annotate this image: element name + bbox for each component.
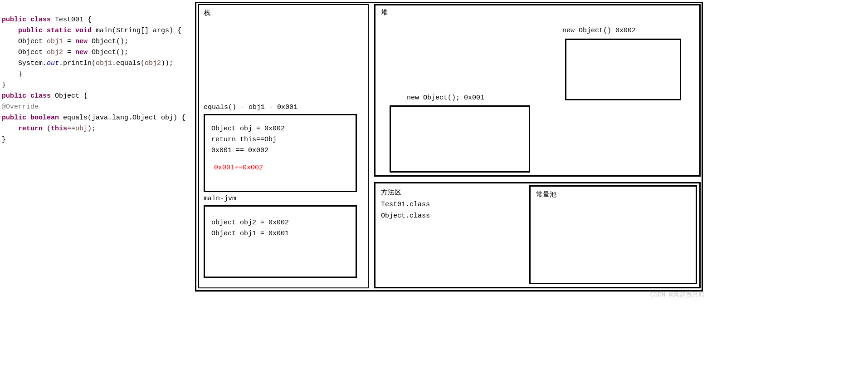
- code-text: ==: [67, 125, 75, 133]
- code-text: =: [63, 38, 75, 45]
- main-frame-label: main-jvm: [204, 195, 363, 203]
- main-stack-frame: object obj2 = 0x002 Object obj1 = 0x001: [204, 205, 357, 278]
- heap-title: 堆: [381, 8, 694, 17]
- code-text: Object();: [88, 38, 128, 45]
- kw-new: new: [75, 49, 88, 56]
- frame-line: object obj2 = 0x002: [211, 218, 349, 228]
- annotation-override: @Override: [2, 103, 39, 111]
- constant-pool-title: 常量池: [536, 190, 690, 199]
- frame-line: Object obj = 0x002: [211, 124, 349, 134]
- kw-return: return: [18, 125, 43, 133]
- code-text: }: [2, 136, 6, 143]
- var-obj1: obj1: [96, 59, 112, 67]
- frame-line: return this==Obj: [211, 134, 349, 145]
- heap-object1-box: [390, 105, 530, 173]
- code-text: }: [2, 81, 6, 89]
- var-obj: obj: [75, 125, 88, 133]
- kw-psvm: public static void: [18, 27, 92, 35]
- frame-line: Object obj1 = 0x001: [211, 228, 349, 239]
- code-text: .equals(: [112, 59, 145, 67]
- heap-object2-label: new Object() 0x002: [562, 27, 636, 35]
- code-text: Object: [2, 38, 47, 45]
- code-text: Test001 {: [51, 16, 92, 24]
- code-text: =: [63, 49, 75, 56]
- code-text: }: [2, 70, 22, 78]
- equals-frame-label: equals() - obj1 - 0x001: [204, 104, 363, 111]
- heap-object2-box: [565, 39, 681, 100]
- code-text: .println(: [59, 59, 96, 67]
- code-text: equals(java.lang.Object obj) {: [59, 114, 185, 122]
- kw-this: this: [51, 125, 67, 133]
- var-obj2: obj2: [47, 49, 63, 56]
- code-text: main(String[] args) {: [92, 27, 181, 35]
- jvm-memory-diagram: 栈 equals() - obj1 - 0x001 Object obj = 0…: [195, 2, 703, 292]
- kw-public-class: public class: [2, 92, 51, 100]
- indent: [2, 27, 18, 35]
- watermark: CSDN @风起携月归: [650, 291, 705, 299]
- code-listing: public class Test001 { public static voi…: [0, 0, 190, 149]
- kw-new: new: [75, 38, 88, 45]
- code-text: );: [88, 125, 96, 133]
- kw-public-class: public class: [2, 16, 51, 24]
- frame-line: 0x001 == 0x002: [211, 145, 349, 156]
- code-text: Object();: [88, 49, 128, 56]
- var-obj1: obj1: [47, 38, 63, 45]
- comparison-result: 0x001==0x002: [211, 163, 349, 173]
- kw-public-boolean: public boolean: [2, 114, 59, 122]
- field-out: out: [47, 59, 59, 67]
- heap-object1-label: new Object(); 0x001: [407, 94, 484, 102]
- stack-title: 栈: [204, 9, 363, 17]
- constant-pool-box: 常量池: [529, 185, 697, 284]
- code-text: ));: [161, 59, 173, 67]
- stack-box: 栈 equals() - obj1 - 0x001 Object obj = 0…: [198, 4, 369, 288]
- code-text: Object: [2, 49, 47, 56]
- code-text: System.: [2, 59, 47, 67]
- var-obj2: obj2: [145, 59, 161, 67]
- equals-stack-frame: Object obj = 0x002 return this==Obj 0x00…: [204, 114, 357, 192]
- indent: [2, 125, 18, 133]
- code-text: Object {: [51, 92, 88, 100]
- code-text: (: [43, 125, 51, 133]
